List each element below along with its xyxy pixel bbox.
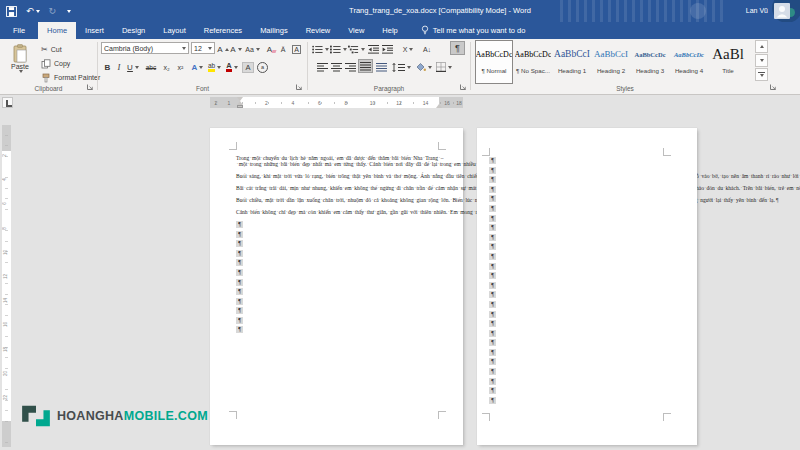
empty-paragraph-mark[interactable]: ¶ [489,330,496,337]
empty-paragraph-mark[interactable]: ¶ [489,349,496,356]
tab-review[interactable]: Review [297,22,340,39]
enclose-characters-button[interactable]: a [256,60,269,74]
empty-paragraph-mark[interactable]: ¶ [489,157,496,164]
empty-paragraph-mark[interactable]: ¶ [489,291,496,298]
asian-layout-button[interactable]: X [400,42,416,56]
empty-paragraph-mark[interactable]: ¶ [489,253,496,260]
style-no-spac[interactable]: AaBbCcDc¶ No Spac... [514,40,552,84]
superscript-button[interactable]: x² [174,60,187,74]
tab-file[interactable]: File [0,22,38,39]
empty-paragraph-mark[interactable]: ¶ [489,186,496,193]
italic-button[interactable]: I [114,60,124,74]
font-size-dropdown-arrow[interactable] [208,47,212,50]
subscript-button[interactable]: x₂ [160,60,173,74]
paragraph[interactable]: Cảnh·biển·không·chỉ·đẹp·mà·còn·khiến·em·… [236,209,439,215]
left-indent-marker[interactable] [237,105,243,108]
borders-button[interactable] [435,60,453,74]
empty-paragraph-mark[interactable]: ¶ [489,205,496,212]
document-page-2[interactable]: ¶¶¶¶¶¶¶¶¶¶¶¶¶¶¶¶¶¶¶¶¶¶¶¶¶¶ [477,128,697,445]
style-heading-4[interactable]: AaBbCcDcHeading 4 [670,40,708,84]
underline-button[interactable]: U [125,60,141,74]
tab-design[interactable]: Design [113,22,154,39]
empty-paragraph-mark[interactable]: ¶ [489,311,496,318]
user-avatar[interactable] [774,3,790,19]
line-spacing-button[interactable] [392,60,411,74]
empty-paragraph-mark[interactable]: ¶ [236,279,243,286]
empty-paragraph-mark[interactable]: ¶ [489,234,496,241]
character-shading-button[interactable]: A [241,60,255,74]
empty-paragraph-mark[interactable]: ¶ [236,250,243,257]
align-center-button[interactable] [330,60,343,74]
sort-button[interactable]: A↓ [420,42,434,56]
styles-more-button[interactable] [755,68,768,81]
empty-paragraph-mark[interactable]: ¶ [489,215,496,222]
font-family-dropdown-arrow[interactable] [182,47,186,50]
justify-button[interactable] [358,59,373,73]
paste-dropdown-arrow[interactable] [19,70,23,73]
vertical-ruler[interactable]: 246810121416182022 [2,125,11,447]
paragraph-dialog-launcher[interactable] [459,83,467,91]
empty-paragraph-mark[interactable]: ¶ [489,397,496,404]
empty-paragraph-mark[interactable]: ¶ [236,221,243,228]
empty-paragraph-mark[interactable]: ¶ [236,298,243,305]
empty-paragraph-mark[interactable]: ¶ [489,301,496,308]
tab-home[interactable]: Home [38,22,76,39]
horizontal-ruler[interactable]: 2124681012141618 [210,97,463,108]
empty-paragraph-mark[interactable]: ¶ [236,317,243,324]
tab-view[interactable]: View [339,22,373,39]
align-left-button[interactable] [316,60,329,74]
tab-help[interactable]: Help [373,22,406,39]
empty-paragraph-mark[interactable]: ¶ [236,288,243,295]
styles-dialog-launcher[interactable] [769,83,777,91]
empty-paragraph-mark[interactable]: ¶ [236,326,243,333]
increase-indent-button[interactable] [381,42,393,56]
style-title[interactable]: AaBlTitle [709,40,747,84]
show-hide-formatting-button[interactable]: ¶ [450,41,465,55]
multilevel-list-button[interactable] [348,42,365,56]
user-name[interactable]: Lan Vũ [746,0,768,22]
empty-paragraph-mark[interactable]: ¶ [236,231,243,238]
tab-insert[interactable]: Insert [76,22,113,39]
empty-paragraph-mark[interactable]: ¶ [489,263,496,270]
undo-dropdown-arrow[interactable] [36,10,40,13]
document-page-1[interactable]: Trong·một·chuyến·du·lịch·hè·năm·ngoái,·e… [210,128,463,445]
customize-qat-button[interactable] [65,10,71,13]
shrink-font-button[interactable]: A [230,42,242,56]
bold-button[interactable]: B [102,60,113,74]
tab-references[interactable]: References [195,22,251,39]
font-family-combo[interactable]: Cambria (Body) [101,42,189,54]
align-right-button[interactable] [344,60,357,74]
highlight-color-button[interactable]: ab [206,60,223,74]
empty-paragraph-mark[interactable]: ¶ [236,269,243,276]
empty-paragraph-mark[interactable]: ¶ [489,387,496,394]
grow-font-button[interactable]: A [217,42,229,56]
font-size-combo[interactable]: 12 [191,42,215,54]
clear-formatting-button[interactable]: A [263,42,276,56]
save-button[interactable] [6,6,17,17]
text-effects-button[interactable]: A [190,60,205,74]
styles-scroll-down-button[interactable] [755,54,768,67]
paragraph[interactable]: Bãi·cát·trắng·trải·dài,·mịn·như·nhung,·k… [236,185,439,191]
right-indent-marker[interactable] [436,104,442,108]
empty-paragraph-mark[interactable]: ¶ [489,167,496,174]
change-case-button[interactable]: Aa [244,42,261,56]
empty-paragraph-mark[interactable]: ¶ [489,339,496,346]
empty-paragraph-mark[interactable]: ¶ [489,320,496,327]
page1-text[interactable]: Trong·một·chuyến·du·lịch·hè·năm·ngoái,·e… [236,155,439,336]
empty-paragraph-mark[interactable]: ¶ [489,195,496,202]
clipboard-dialog-launcher[interactable] [86,83,94,91]
paragraph[interactable]: Buổi·sáng,·khi·mặt·trời·vừa·ló·rạng,·biể… [236,173,439,179]
phonetic-guide-button[interactable]: Ä [277,42,289,56]
empty-paragraph-mark[interactable]: ¶ [489,176,496,183]
cut-button[interactable]: ✂Cut [41,43,62,56]
tell-me-box[interactable]: Tell me what you want to do [421,22,526,39]
tab-mailings[interactable]: Mailings [251,22,297,39]
style-heading-3[interactable]: AaBbCcDcHeading 3 [631,40,669,84]
decrease-indent-button[interactable] [367,42,379,56]
tab-selector[interactable] [2,97,13,108]
redo-button[interactable]: ↻ [49,6,57,16]
shading-button[interactable] [414,60,432,74]
empty-paragraph-mark[interactable]: ¶ [236,240,243,247]
font-dialog-launcher[interactable] [295,83,303,91]
style-heading-1[interactable]: AaBbCcIHeading 1 [553,40,591,84]
